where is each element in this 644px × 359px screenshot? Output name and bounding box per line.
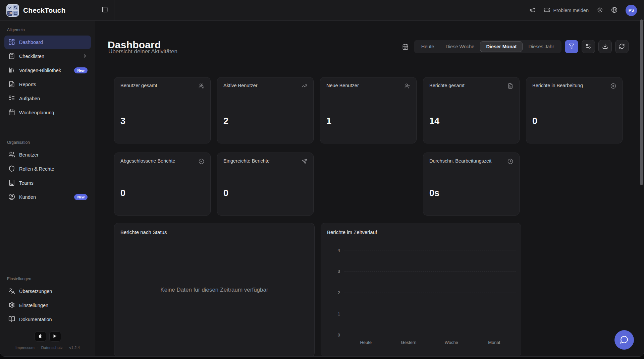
- sidebar-item-wochenplanung[interactable]: Wochenplanung: [4, 106, 91, 119]
- segment-dieses-jahr[interactable]: Dieses Jahr: [523, 41, 560, 52]
- report-problem-button[interactable]: Problem melden: [544, 7, 589, 14]
- separator-dot: ·: [37, 346, 39, 350]
- sidebar-item-label: Einstellungen: [19, 303, 48, 308]
- building-icon: [8, 179, 15, 187]
- charts-row: Berichte nach Status Keine Daten für die…: [114, 223, 521, 356]
- display-options-button[interactable]: [582, 40, 595, 53]
- stat-card-eingereichte-berichte: Eingereichte Berichte 0: [217, 153, 314, 216]
- sidebar-item-label: Teams: [19, 180, 34, 186]
- funnel-icon: [569, 43, 575, 50]
- sidebar-item-rollen-rechte[interactable]: Rollen & Rechte: [4, 162, 91, 176]
- sidebar-item-teams[interactable]: Teams: [4, 176, 91, 190]
- stat-label: Benutzer gesamt: [120, 83, 157, 88]
- chart-card-berichte-nach-status: Berichte nach Status Keine Daten für die…: [114, 223, 315, 356]
- book-open-icon: [8, 316, 15, 323]
- user-avatar[interactable]: PS: [626, 5, 637, 16]
- sidebar-item-kunden[interactable]: Kunden New: [4, 190, 91, 204]
- chart-card-berichte-im-zeitverlauf: Berichte im Zeitverlauf 4 3 2 1 0 Heute …: [321, 223, 521, 356]
- megaphone-icon: [529, 7, 536, 14]
- send-icon: [302, 158, 307, 166]
- time-range-segmented-control: Heute Diese Woche Dieser Monat Dieses Ja…: [414, 40, 561, 53]
- sidebar-item-benutzer[interactable]: Benutzer: [4, 148, 91, 162]
- line-chart-plot-area: 4 3 2 1 0: [344, 250, 516, 335]
- file-chart-icon: [8, 81, 15, 88]
- report-problem-label: Problem melden: [553, 8, 589, 13]
- sidebar-item-dashboard[interactable]: Dashboard: [4, 36, 91, 49]
- globe-icon: [611, 7, 618, 14]
- sidebar-item-label: Wochenplanung: [19, 110, 54, 115]
- dashboard-controls: Heute Diese Woche Dieser Monat Dieses Ja…: [402, 40, 629, 53]
- sun-icon: [597, 7, 603, 14]
- calendar-range-icon[interactable]: [402, 44, 409, 50]
- announcements-button[interactable]: [529, 7, 536, 14]
- download-button[interactable]: [598, 40, 612, 53]
- sidebar-item-label: Kunden: [19, 194, 36, 200]
- segment-diese-woche[interactable]: Diese Woche: [440, 41, 480, 52]
- segment-dieser-monat[interactable]: Dieser Monat: [480, 41, 523, 52]
- app-store-button[interactable]: [35, 332, 46, 342]
- stat-card-berichte-in-bearbeitung: Berichte in Bearbeitung 0: [526, 77, 623, 143]
- sidebar-item-checklisten[interactable]: Checklisten: [4, 50, 91, 63]
- topbar-actions: Problem melden PS: [529, 0, 644, 20]
- stat-label: Abgeschlossene Berichte: [120, 158, 175, 164]
- sidebar-item-dokumentation[interactable]: Dokumentation: [4, 313, 91, 326]
- stat-card-benutzer-gesamt: Benutzer gesamt 3: [114, 77, 211, 143]
- separator-dot: ·: [65, 346, 67, 350]
- sidebar-item-label: Vorlagen-Bibliothek: [19, 68, 61, 73]
- y-axis-tick: 2: [338, 290, 340, 295]
- logo-check-icon: [7, 5, 12, 10]
- sidebar-section-allgemein: Allgemein: [4, 26, 91, 36]
- language-button[interactable]: [611, 7, 618, 14]
- logo-number-tile: 10: [7, 11, 12, 16]
- vertical-scrollbar[interactable]: [640, 19, 643, 185]
- refresh-button[interactable]: [615, 40, 629, 53]
- chat-bubble-icon: [620, 335, 629, 345]
- users-icon: [8, 151, 15, 159]
- stat-label: Aktive Benutzer: [223, 83, 258, 88]
- stat-card-neue-benutzer: Neue Benutzer 1: [320, 77, 417, 143]
- user-circle-icon: [8, 193, 15, 201]
- stat-value: 0: [532, 116, 616, 126]
- chat-support-button[interactable]: [614, 330, 634, 350]
- sidebar-item-vorlagen-bibliothek[interactable]: Vorlagen-Bibliothek New: [4, 64, 91, 77]
- segment-heute[interactable]: Heute: [416, 41, 440, 52]
- stat-value: 1: [326, 116, 410, 126]
- sidebar-item-label: Benutzer: [19, 152, 39, 158]
- app-title: CheckTouch: [23, 6, 65, 14]
- sidebar-item-label: Dokumentation: [19, 317, 52, 322]
- x-axis-tick: Gestern: [387, 340, 430, 345]
- stat-value: 0: [223, 188, 307, 198]
- y-axis-tick: 1: [338, 311, 340, 316]
- new-badge: New: [74, 194, 88, 200]
- sidebar-toggle-button[interactable]: [95, 0, 114, 20]
- impressum-link[interactable]: Impressum: [15, 346, 35, 350]
- ticket-icon: [544, 7, 550, 14]
- sidebar: Allgemein Dashboard Checklisten Vorlagen…: [0, 21, 95, 356]
- users-icon: [199, 83, 204, 90]
- sliders-icon: [585, 43, 591, 50]
- filter-button[interactable]: [565, 40, 578, 53]
- sidebar-item-einstellungen[interactable]: Einstellungen: [4, 299, 91, 312]
- app-version: v1.2.4: [69, 346, 80, 350]
- stats-row-2: Abgeschlossene Berichte 0 Eingereichte B…: [114, 153, 623, 216]
- app-window: 10 CheckTouch Problem melden: [0, 0, 644, 357]
- x-axis-tick: Monat: [473, 340, 516, 345]
- logo-magnifier-icon: [13, 5, 18, 10]
- sidebar-item-uebersetzungen[interactable]: Übersetzungen: [4, 285, 91, 298]
- stat-value: 0: [120, 188, 204, 198]
- google-play-button[interactable]: [49, 332, 61, 342]
- sidebar-item-reports[interactable]: Reports: [4, 78, 91, 91]
- stat-label: Eingereichte Berichte: [223, 158, 270, 164]
- sidebar-item-label: Übersetzungen: [19, 289, 52, 294]
- stat-card-berichte-gesamt: Berichte gesamt 14: [423, 77, 520, 143]
- clipboard-check-icon: [8, 53, 15, 60]
- calendar-icon: [8, 109, 15, 117]
- sidebar-item-label: Aufgaben: [19, 96, 40, 101]
- datenschutz-link[interactable]: Datenschutz: [41, 346, 63, 350]
- theme-toggle-button[interactable]: [597, 7, 603, 14]
- stat-value: 14: [429, 116, 513, 126]
- top-bar: 10 CheckTouch Problem melden: [0, 0, 644, 21]
- gridline: [344, 314, 516, 314]
- sidebar-item-aufgaben[interactable]: Aufgaben: [4, 92, 91, 105]
- y-axis-tick: 3: [338, 269, 340, 274]
